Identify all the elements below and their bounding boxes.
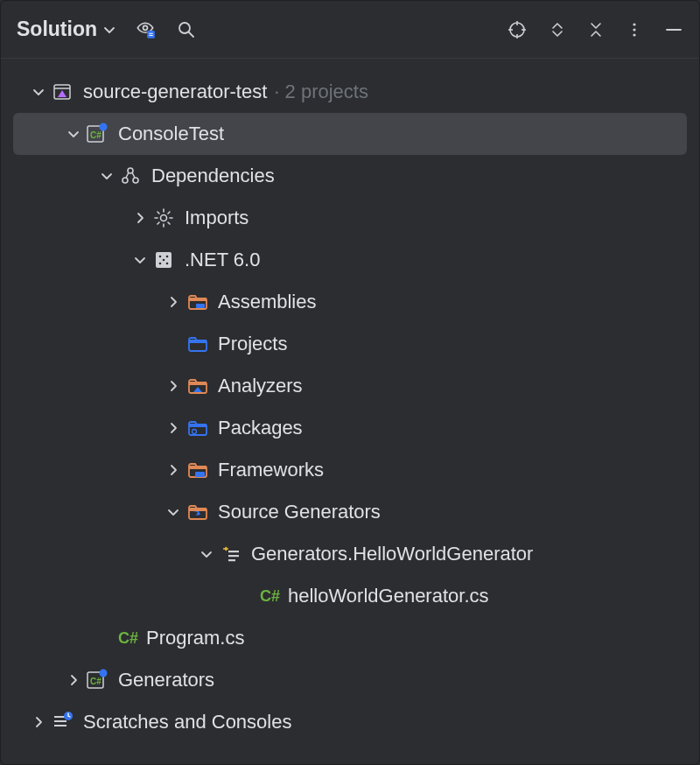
projects-node[interactable]: Projects bbox=[13, 323, 687, 365]
svg-text:C#: C# bbox=[90, 130, 102, 140]
hello-generator-file[interactable]: C# helloWorldGenerator.cs bbox=[13, 575, 687, 617]
more-icon[interactable] bbox=[626, 21, 643, 39]
framework-icon bbox=[151, 248, 176, 272]
svg-point-18 bbox=[100, 123, 108, 131]
chevron-right-icon[interactable] bbox=[129, 211, 151, 225]
solution-panel: Solution bbox=[0, 0, 700, 765]
chevron-down-icon[interactable] bbox=[27, 85, 50, 99]
svg-rect-37 bbox=[189, 466, 206, 469]
collapse-all-icon[interactable] bbox=[587, 21, 605, 39]
svg-rect-34 bbox=[189, 382, 206, 385]
svg-point-0 bbox=[143, 25, 147, 30]
hello-generator-file-label: helloWorldGenerator.cs bbox=[288, 585, 489, 607]
scratches-icon bbox=[50, 710, 74, 734]
net60-node[interactable]: .NET 6.0 bbox=[13, 239, 687, 281]
svg-point-4 bbox=[179, 23, 190, 33]
view-mode-dropdown[interactable] bbox=[102, 23, 116, 37]
net60-label: .NET 6.0 bbox=[185, 249, 260, 271]
hello-generator-label: Generators.HelloWorldGenerator bbox=[251, 543, 533, 565]
svg-point-27 bbox=[166, 256, 169, 258]
analyzers-node[interactable]: Analyzers bbox=[13, 365, 687, 407]
svg-point-45 bbox=[100, 670, 108, 677]
solution-node[interactable]: source-generator-test · 2 projects bbox=[13, 71, 687, 113]
svg-rect-2 bbox=[149, 32, 152, 33]
frameworks-label: Frameworks bbox=[218, 459, 324, 481]
svg-point-21 bbox=[133, 178, 138, 183]
chevron-right-icon[interactable] bbox=[162, 421, 185, 435]
program-cs-file[interactable]: C# Program.cs bbox=[13, 617, 687, 659]
chevron-right-icon[interactable] bbox=[162, 463, 185, 477]
svg-rect-31 bbox=[189, 298, 206, 301]
panel-header: Solution bbox=[1, 1, 699, 59]
chevron-right-icon[interactable] bbox=[27, 715, 50, 729]
source-generators-node[interactable]: Source Generators bbox=[13, 491, 687, 533]
csproj-icon: C# bbox=[85, 668, 109, 692]
svg-point-29 bbox=[166, 263, 169, 265]
chevron-right-icon[interactable] bbox=[162, 379, 185, 393]
svg-point-26 bbox=[159, 256, 162, 258]
dependencies-icon bbox=[118, 164, 143, 188]
folder-icon bbox=[185, 290, 209, 314]
dependencies-label: Dependencies bbox=[151, 165, 275, 187]
chevron-down-icon[interactable] bbox=[62, 127, 85, 141]
svg-rect-33 bbox=[189, 340, 206, 343]
svg-point-28 bbox=[159, 263, 162, 265]
solution-label: source-generator-test bbox=[83, 81, 267, 103]
project-label: ConsoleTest bbox=[118, 123, 224, 145]
minimize-icon[interactable] bbox=[664, 20, 683, 39]
scratches-label: Scratches and Consoles bbox=[83, 711, 291, 733]
chevron-down-icon[interactable] bbox=[195, 547, 218, 561]
svg-point-30 bbox=[163, 259, 165, 262]
packages-node[interactable]: Packages bbox=[13, 407, 687, 449]
svg-point-36 bbox=[192, 430, 197, 434]
projects-label: Projects bbox=[218, 333, 287, 355]
solution-suffix: · 2 projects bbox=[274, 81, 368, 103]
scratches-node[interactable]: Scratches and Consoles bbox=[13, 701, 687, 743]
svg-point-12 bbox=[633, 28, 635, 31]
imports-node[interactable]: Imports bbox=[13, 197, 687, 239]
generator-icon bbox=[218, 542, 242, 566]
svg-rect-3 bbox=[149, 34, 152, 35]
chevron-right-icon[interactable] bbox=[62, 673, 85, 687]
packages-label: Packages bbox=[218, 417, 303, 439]
folder-icon bbox=[185, 374, 209, 398]
chevron-down-icon[interactable] bbox=[95, 169, 118, 183]
imports-label: Imports bbox=[185, 207, 248, 229]
svg-rect-48 bbox=[54, 725, 66, 726]
csproj-icon: C# bbox=[85, 122, 109, 146]
svg-text:C#: C# bbox=[90, 677, 102, 686]
target-icon[interactable] bbox=[507, 19, 528, 40]
svg-rect-32 bbox=[196, 304, 205, 308]
hello-generator-node[interactable]: Generators.HelloWorldGenerator bbox=[13, 533, 687, 575]
generators-project-label: Generators bbox=[118, 669, 214, 691]
source-generators-label: Source Generators bbox=[218, 501, 381, 523]
dependencies-node[interactable]: Dependencies bbox=[13, 155, 687, 197]
cs-file-icon: C# bbox=[260, 587, 280, 606]
svg-point-24 bbox=[161, 215, 167, 221]
expand-all-icon[interactable] bbox=[549, 21, 566, 39]
chevron-right-icon[interactable] bbox=[162, 295, 185, 309]
svg-point-20 bbox=[122, 178, 128, 183]
svg-rect-38 bbox=[195, 472, 205, 477]
folder-icon bbox=[185, 458, 209, 482]
folder-icon bbox=[185, 500, 209, 524]
chevron-down-icon[interactable] bbox=[129, 253, 151, 267]
svg-rect-35 bbox=[189, 424, 206, 427]
assemblies-node[interactable]: Assemblies bbox=[13, 281, 687, 323]
panel-title: Solution bbox=[17, 18, 97, 41]
search-icon[interactable] bbox=[176, 19, 197, 40]
svg-point-13 bbox=[633, 33, 635, 36]
svg-rect-47 bbox=[54, 720, 66, 722]
frameworks-node[interactable]: Frameworks bbox=[13, 449, 687, 491]
chevron-down-icon[interactable] bbox=[162, 505, 185, 519]
project-generators[interactable]: C# Generators bbox=[13, 659, 687, 701]
svg-rect-40 bbox=[228, 551, 239, 552]
svg-point-11 bbox=[633, 23, 635, 25]
project-consoletest[interactable]: C# ConsoleTest bbox=[13, 113, 687, 155]
svg-line-5 bbox=[189, 32, 193, 37]
svg-line-23 bbox=[132, 172, 135, 178]
svg-rect-41 bbox=[228, 555, 239, 557]
preview-icon[interactable] bbox=[134, 18, 157, 41]
folder-icon bbox=[185, 332, 209, 356]
cs-file-icon: C# bbox=[118, 629, 138, 648]
